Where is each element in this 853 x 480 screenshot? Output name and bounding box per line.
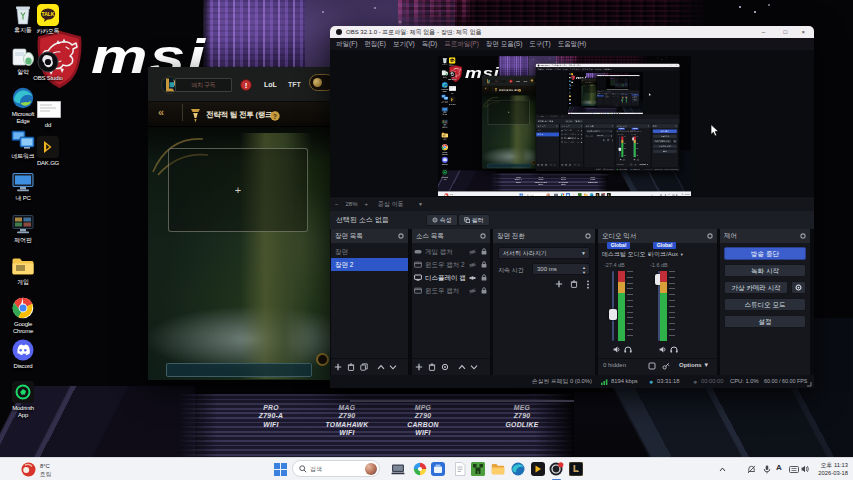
svg-text:TALK: TALK xyxy=(42,11,55,17)
svg-text:!: ! xyxy=(245,81,248,90)
svg-text:?: ? xyxy=(273,113,277,120)
